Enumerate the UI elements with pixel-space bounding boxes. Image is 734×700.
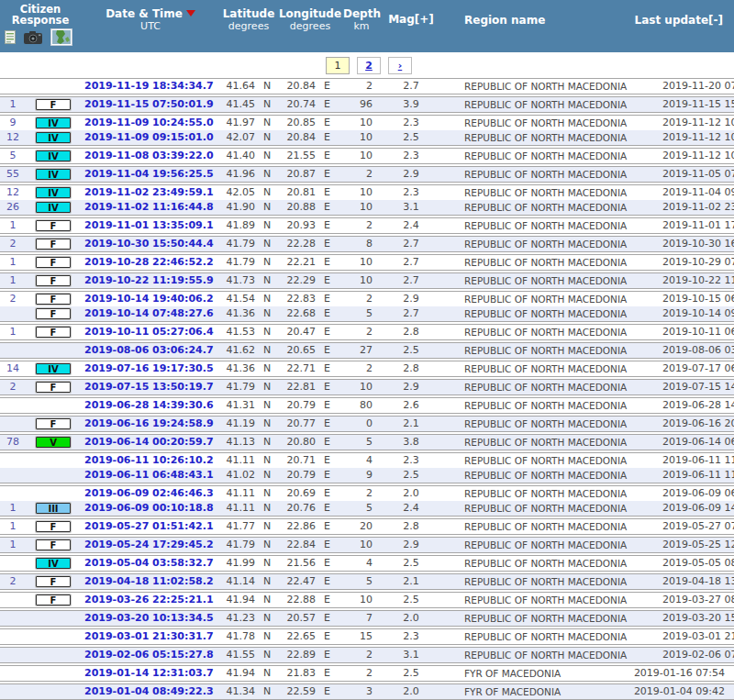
intensity-badge[interactable]: F xyxy=(36,257,71,268)
event-datetime-link[interactable]: 2019-04-1811:02:58.2 xyxy=(81,574,220,589)
event-datetime-link[interactable]: 2019-08-0603:06:24.7 xyxy=(81,343,220,358)
event-time: 15:50:44.4 xyxy=(149,237,214,251)
event-datetime-link[interactable]: 2019-10-1105:27:06.4 xyxy=(81,325,220,339)
event-datetime-link[interactable]: 2019-11-0113:35:09.1 xyxy=(81,218,220,233)
intensity-badge[interactable]: F xyxy=(36,382,71,393)
comments-icon[interactable] xyxy=(5,30,16,47)
intensity-badge[interactable]: F xyxy=(36,576,71,587)
column-header-last-update[interactable]: Last update[-] xyxy=(598,0,734,52)
event-datetime-link[interactable]: 2019-11-0419:56:25.5 xyxy=(81,167,220,182)
event-datetime-link[interactable]: 2019-10-3015:50:44.4 xyxy=(81,237,220,251)
latitude-value: 41.11 xyxy=(220,453,255,468)
intensity-badge[interactable]: F xyxy=(36,594,71,606)
intensity-badge[interactable]: F xyxy=(36,99,71,110)
felt-report-count-link[interactable]: 55 xyxy=(0,167,26,182)
intensity-badge[interactable]: IV xyxy=(36,169,71,180)
event-datetime-link[interactable]: 2019-11-0910:24:55.0 xyxy=(81,116,220,130)
felt-report-count-link[interactable]: 26 xyxy=(0,200,26,215)
event-datetime-link[interactable]: 2019-10-1419:40:06.2 xyxy=(81,292,220,306)
event-datetime-link[interactable]: 2019-06-0902:46:46.3 xyxy=(81,486,220,501)
intensity-badge[interactable]: III xyxy=(36,503,71,514)
event-datetime-link[interactable]: 2019-10-2822:46:52.2 xyxy=(81,255,220,270)
intensity-badge[interactable]: V xyxy=(36,437,71,448)
intensity-badge[interactable]: F xyxy=(36,418,71,429)
page-button-next[interactable]: › xyxy=(388,57,412,74)
felt-report-count-link[interactable]: 2 xyxy=(0,237,26,251)
longitude-direction: E xyxy=(316,97,330,112)
intensity-badge[interactable]: IV xyxy=(36,187,71,198)
event-datetime-link[interactable]: 2019-10-1407:48:27.6 xyxy=(81,306,220,321)
felt-report-count-link[interactable]: 1 xyxy=(0,273,26,288)
intensity-badge[interactable]: IV xyxy=(36,117,71,128)
event-datetime-link[interactable]: 2019-06-1106:48:43.1 xyxy=(81,468,220,483)
felt-report-count-link[interactable]: 2 xyxy=(0,292,26,306)
event-datetime-link[interactable]: 2019-05-0403:58:32.7 xyxy=(81,556,220,571)
intensity-badge[interactable]: IV xyxy=(36,132,71,143)
column-header-mag[interactable]: Mag[+] xyxy=(380,0,442,52)
intensity-badge[interactable]: F xyxy=(36,275,71,286)
intensity-badge[interactable]: F xyxy=(36,220,71,231)
felt-report-count-link[interactable]: 12 xyxy=(0,130,26,145)
longitude-cell: 20.76E xyxy=(277,501,343,516)
latitude-header-sub: degrees xyxy=(220,20,277,32)
felt-report-count-link[interactable]: 1 xyxy=(0,501,26,516)
felt-report-count-link[interactable]: 9 xyxy=(0,116,26,130)
longitude-direction: E xyxy=(316,273,330,288)
intensity-badge[interactable]: F xyxy=(36,521,71,532)
felt-report-count-link[interactable]: 1 xyxy=(0,325,26,339)
event-datetime-link[interactable]: 2019-03-2622:25:21.1 xyxy=(81,593,220,607)
last-update-value: 2019-11-20 07:38 xyxy=(627,79,734,94)
camera-icon[interactable] xyxy=(24,31,42,47)
event-datetime-link[interactable]: 2019-06-1619:24:58.9 xyxy=(81,417,220,431)
felt-report-count-link[interactable]: 5 xyxy=(0,149,26,163)
event-datetime-link[interactable]: 2019-06-1110:26:10.2 xyxy=(81,453,220,468)
event-datetime-link[interactable]: 2019-01-1412:31:03.7 xyxy=(81,666,220,681)
event-datetime-link[interactable]: 2019-11-0211:16:44.8 xyxy=(81,200,220,215)
map-icon[interactable] xyxy=(50,28,72,49)
felt-report-count-link[interactable]: 12 xyxy=(0,185,26,200)
event-datetime-link[interactable]: 2019-05-2701:51:42.1 xyxy=(81,519,220,534)
page-button-current[interactable]: 1 xyxy=(326,57,350,74)
longitude-direction: E xyxy=(316,361,330,376)
intensity-badge[interactable]: F xyxy=(36,539,71,550)
felt-report-count-link[interactable]: 1 xyxy=(0,97,26,112)
felt-report-count-link[interactable]: 2 xyxy=(0,574,26,589)
event-datetime-link[interactable]: 2019-05-2417:29:45.2 xyxy=(81,538,220,552)
felt-report-count-link[interactable]: 1 xyxy=(0,519,26,534)
felt-report-count-link[interactable]: 78 xyxy=(0,435,26,450)
event-datetime-link[interactable]: 2019-11-1507:50:01.9 xyxy=(81,97,220,112)
felt-report-count-link[interactable]: 2 xyxy=(0,380,26,394)
event-datetime-link[interactable]: 2019-03-0121:30:31.7 xyxy=(81,629,220,644)
felt-report-count-link[interactable]: 1 xyxy=(0,255,26,270)
intensity-badge[interactable]: F xyxy=(36,239,71,250)
event-datetime-link[interactable]: 2019-02-0605:15:27.8 xyxy=(81,648,220,662)
intensity-badge[interactable]: IV xyxy=(36,558,71,569)
event-date: 2019-03-01 xyxy=(81,629,149,644)
intensity-badge[interactable]: IV xyxy=(36,363,71,374)
magnitude-value: 2.3 xyxy=(380,629,442,644)
event-datetime-link[interactable]: 2019-07-1513:50:19.7 xyxy=(81,380,220,394)
event-datetime-link[interactable]: 2019-03-2010:13:34.5 xyxy=(81,611,220,626)
felt-report-count-link[interactable]: 1 xyxy=(0,538,26,552)
intensity-badge[interactable]: F xyxy=(36,327,71,338)
event-datetime-link[interactable]: 2019-07-1619:17:30.5 xyxy=(81,361,220,376)
event-datetime-link[interactable]: 2019-11-0803:39:22.0 xyxy=(81,149,220,163)
intensity-badge[interactable]: F xyxy=(36,294,71,305)
page-button-2[interactable]: 2 xyxy=(357,57,381,74)
intensity-badge[interactable]: F xyxy=(36,308,71,319)
intensity-badge[interactable]: IV xyxy=(36,150,71,161)
event-datetime-link[interactable]: 2019-06-0900:10:18.8 xyxy=(81,501,220,516)
column-header-datetime[interactable]: Date & Time UTC xyxy=(81,0,220,52)
event-group: 2019-01-0408:49:22.341.34N22.59E32.0FYR … xyxy=(0,683,734,700)
event-datetime-link[interactable]: 2019-01-0408:49:22.3 xyxy=(81,684,220,699)
event-datetime-link[interactable]: 2019-11-1918:34:34.7 xyxy=(81,79,220,94)
event-time: 03:06:24.7 xyxy=(149,343,214,358)
event-datetime-link[interactable]: 2019-11-0909:15:01.0 xyxy=(81,130,220,145)
event-datetime-link[interactable]: 2019-11-0223:49:59.1 xyxy=(81,185,220,200)
event-datetime-link[interactable]: 2019-06-2814:39:30.6 xyxy=(81,398,220,413)
intensity-badge[interactable]: IV xyxy=(36,202,71,213)
event-datetime-link[interactable]: 2019-10-2211:19:55.9 xyxy=(81,273,220,288)
event-datetime-link[interactable]: 2019-06-1400:20:59.7 xyxy=(81,435,220,450)
felt-report-count-link[interactable]: 14 xyxy=(0,361,26,376)
felt-report-count-link[interactable]: 1 xyxy=(0,218,26,233)
